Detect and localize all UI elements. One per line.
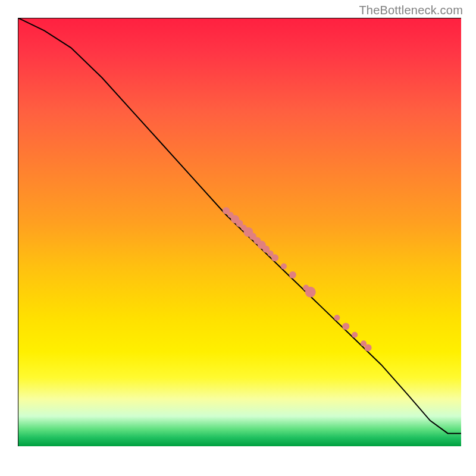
scatter-dots: [223, 207, 371, 351]
data-point: [342, 322, 349, 330]
attribution-text: TheBottleneck.com: [359, 4, 463, 17]
plot-svg: [18, 18, 461, 446]
data-point: [365, 344, 372, 351]
data-point: [271, 254, 278, 261]
chart-container: TheBottleneck.com: [0, 0, 476, 476]
data-point: [289, 271, 296, 278]
data-point: [281, 264, 287, 270]
data-point: [334, 315, 340, 321]
data-point: [352, 332, 358, 338]
data-point: [305, 287, 316, 298]
